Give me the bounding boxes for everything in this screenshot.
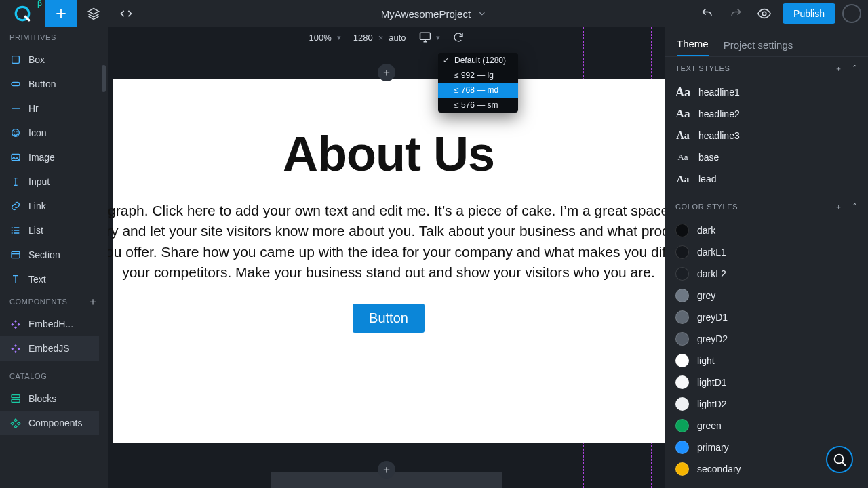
color-style-item[interactable]: darkL2	[669, 263, 864, 285]
add-button[interactable]	[45, 0, 77, 27]
primitive-item-image[interactable]: Image	[0, 145, 99, 169]
project-switcher[interactable]: MyAwesomeProject	[381, 0, 487, 27]
component-label: EmbedH...	[28, 319, 73, 329]
chevron-down-icon: ▾	[337, 33, 341, 42]
component-item[interactable]: EmbedJS	[0, 336, 99, 361]
text-style-item[interactable]: Aaheadline3	[669, 125, 864, 146]
add-component-button[interactable]: ＋	[87, 295, 99, 309]
component-icon	[9, 343, 22, 354]
color-swatch	[675, 419, 689, 432]
component-icon	[9, 319, 22, 329]
components-header: COMPONENTS ＋	[0, 291, 108, 312]
primitive-item-list[interactable]: List	[0, 218, 99, 243]
button-icon	[9, 79, 22, 89]
primitive-label: Input	[28, 176, 50, 187]
color-style-item[interactable]: lightD2	[669, 393, 864, 415]
page-button[interactable]: Button	[353, 304, 425, 333]
primitive-label: Button	[28, 79, 56, 89]
text-style-item[interactable]: Aabase	[669, 146, 864, 168]
color-swatch	[675, 462, 689, 476]
primitives-list: BoxButtonHrIconImageInputLinkListSection…	[0, 47, 108, 291]
refresh-button[interactable]	[452, 31, 465, 43]
svg-point-1	[762, 12, 766, 16]
color-style-item[interactable]: light	[669, 350, 864, 371]
undo-icon	[701, 7, 714, 20]
tab-theme[interactable]: Theme	[677, 38, 709, 56]
color-swatch	[675, 332, 689, 346]
help-button[interactable]	[826, 446, 853, 473]
primitive-label: Icon	[28, 127, 46, 138]
color-style-item[interactable]: darkL1	[669, 241, 864, 263]
text-icon	[9, 274, 22, 285]
refresh-icon	[452, 31, 465, 43]
page-canvas[interactable]: About Us I'm a paragraph. Click here to …	[113, 79, 665, 443]
svg-point-6	[14, 131, 14, 132]
add-color-style-button[interactable]: ＋	[835, 202, 843, 212]
primitive-label: Box	[28, 54, 45, 65]
color-style-item[interactable]: greyD1	[669, 306, 864, 328]
breakpoint-item-md[interactable]: ≤ 768 — md	[438, 83, 518, 98]
avatar[interactable]	[842, 4, 861, 23]
primitive-item-section[interactable]: Section	[0, 243, 99, 267]
color-style-item[interactable]: dark	[669, 220, 864, 241]
color-style-item[interactable]: greyD2	[669, 328, 864, 350]
list-icon	[9, 225, 22, 236]
project-name: MyAwesomeProject	[381, 8, 471, 20]
color-style-item[interactable]: grey	[669, 285, 864, 306]
undo-button[interactable]	[693, 0, 722, 27]
primitive-label: Text	[28, 274, 46, 285]
left-panel: PRIMITIVES BoxButtonHrIconImageInputLink…	[0, 27, 108, 488]
top-bar-left	[0, 0, 142, 27]
size-control[interactable]: 1280 × auto	[353, 33, 406, 43]
text-style-item[interactable]: Aaheadline1	[669, 81, 864, 103]
layers-button[interactable]	[77, 0, 110, 27]
breakpoint-item-sm[interactable]: ≤ 576 — sm	[438, 98, 518, 113]
tab-project-settings[interactable]: Project settings	[724, 39, 793, 56]
collapse-color-styles-button[interactable]: ⌃	[852, 202, 859, 212]
add-section-top[interactable]: ＋	[378, 64, 395, 81]
top-bar: MyAwesomeProject Publish	[0, 0, 868, 27]
text-style-name: headline3	[698, 130, 740, 141]
primitive-item-icon[interactable]: Icon	[0, 121, 99, 145]
color-style-item[interactable]: green	[669, 415, 864, 436]
svg-point-7	[16, 131, 17, 132]
color-style-item[interactable]: lightD1	[669, 371, 864, 393]
primitive-item-box[interactable]: Box	[0, 47, 99, 72]
redo-button[interactable]	[722, 0, 750, 27]
svg-rect-4	[12, 82, 20, 85]
primitive-item-text[interactable]: Text	[0, 267, 99, 291]
page-title[interactable]: About Us	[113, 126, 665, 182]
code-button[interactable]	[110, 0, 142, 27]
plus-icon	[55, 7, 67, 20]
add-section-bottom[interactable]: ＋	[378, 461, 395, 479]
primitive-item-button[interactable]: Button	[0, 72, 99, 96]
publish-button[interactable]: Publish	[783, 3, 835, 24]
scrollbar-thumb[interactable]	[102, 65, 106, 92]
component-item[interactable]: EmbedH...	[0, 312, 99, 336]
color-swatch	[675, 224, 689, 237]
primitive-item-hr[interactable]: Hr	[0, 96, 99, 121]
add-text-style-button[interactable]: ＋	[835, 64, 843, 74]
color-styles-header: COLOR STYLES ＋ ⌃	[665, 195, 868, 218]
app-logo[interactable]	[0, 0, 45, 27]
collapse-text-styles-button[interactable]: ⌃	[852, 64, 859, 74]
catalog-item-blocks[interactable]: Blocks	[0, 386, 99, 411]
primitive-item-input[interactable]: Input	[0, 169, 99, 194]
text-styles-actions: ＋ ⌃	[835, 64, 859, 74]
catalog-label: Blocks	[28, 393, 56, 404]
svg-point-11	[12, 232, 13, 234]
zoom-control[interactable]: 100% ▾	[309, 33, 340, 43]
times-icon: ×	[378, 33, 384, 43]
text-style-item[interactable]: Aaheadline2	[669, 103, 864, 125]
section-icon	[9, 249, 22, 260]
color-swatch	[675, 267, 689, 281]
page-paragraph[interactable]: I'm a paragraph. Click here to add your …	[108, 201, 665, 283]
preview-button[interactable]	[750, 0, 778, 27]
breakpoint-item-default[interactable]: Default (1280)	[438, 53, 518, 68]
primitive-item-link[interactable]: Link	[0, 194, 99, 218]
catalog-item-components[interactable]: Components	[0, 411, 99, 435]
device-dropdown[interactable]: ▾	[418, 30, 440, 44]
layers-icon	[87, 7, 100, 20]
text-style-item[interactable]: Aalead	[669, 168, 864, 190]
breakpoint-item-lg[interactable]: ≤ 992 — lg	[438, 68, 518, 83]
